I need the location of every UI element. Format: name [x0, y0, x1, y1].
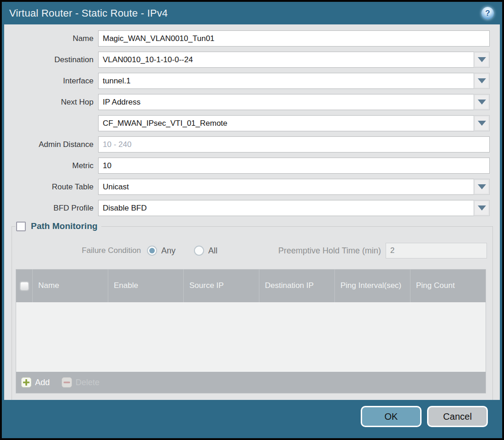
metric-input[interactable] [98, 158, 490, 174]
delete-button-label: Delete [76, 378, 100, 387]
form-row-metric: Metric [4, 158, 490, 174]
dialog-content: Name Destination Interface Next Hop [4, 24, 500, 400]
route-table-label: Route Table [4, 182, 94, 192]
column-header-enable: Enable [108, 270, 184, 302]
chevron-down-icon [478, 121, 486, 126]
plus-icon [21, 377, 31, 387]
admin-distance-input[interactable] [98, 136, 490, 153]
table-body-empty [16, 302, 486, 372]
preemptive-hold-time-input[interactable] [386, 243, 487, 258]
form-row-admin-distance: Admin Distance [4, 136, 490, 153]
failure-condition-any-radio[interactable] [147, 246, 157, 256]
add-button-label: Add [35, 378, 50, 387]
destination-input[interactable] [98, 52, 474, 68]
chevron-down-icon [478, 57, 486, 62]
dialog-titlebar: Virtual Router - Static Route - IPv4 ? [2, 2, 502, 24]
path-monitoring-checkbox[interactable] [16, 222, 26, 231]
path-monitoring-table: Name Enable Source IP Destination IP Pin… [16, 269, 486, 393]
path-monitoring-section: Path Monitoring Failure Condition Any Al… [12, 221, 493, 400]
next-hop-address-dropdown-button[interactable] [474, 115, 490, 131]
metric-label: Metric [4, 161, 94, 170]
select-all-checkbox[interactable] [20, 282, 29, 290]
failure-condition-all-label: All [208, 246, 217, 256]
static-route-form: Name Destination Interface Next Hop [4, 24, 500, 216]
form-row-destination: Destination [4, 52, 490, 68]
minus-icon [62, 377, 72, 387]
chevron-down-icon [478, 78, 486, 83]
destination-label: Destination [4, 55, 94, 65]
column-header-ping-interval: Ping Interval(sec) [335, 270, 410, 302]
interface-label: Interface [4, 76, 94, 86]
name-input[interactable] [98, 30, 490, 47]
help-icon[interactable]: ? [481, 7, 494, 19]
bfd-profile-label: BFD Profile [4, 204, 94, 213]
failure-condition-any-label: Any [161, 246, 176, 256]
interface-dropdown-button[interactable] [474, 73, 490, 89]
column-header-ping-count: Ping Count [410, 270, 486, 302]
route-table-input[interactable] [98, 179, 474, 195]
add-button[interactable]: Add [21, 377, 50, 387]
bfd-profile-dropdown-button[interactable] [474, 200, 490, 216]
static-route-dialog: Virtual Router - Static Route - IPv4 ? N… [0, 0, 504, 440]
chevron-down-icon [478, 205, 486, 211]
preemptive-hold-time-label: Preemptive Hold Time (min) [278, 246, 381, 256]
name-label: Name [4, 34, 94, 43]
cancel-button[interactable]: Cancel [427, 406, 488, 427]
interface-input[interactable] [98, 73, 474, 89]
failure-condition-row: Failure Condition Any All Preemptive Hol… [12, 242, 487, 259]
next-hop-address-input[interactable] [98, 115, 474, 131]
failure-condition-all-radio[interactable] [194, 246, 204, 256]
failure-condition-label: Failure Condition [12, 246, 141, 255]
form-row-next-hop-address [4, 115, 490, 131]
bfd-profile-input[interactable] [98, 200, 474, 216]
column-header-source-ip: Source IP [184, 270, 259, 302]
table-header-checkbox-cell [16, 270, 33, 302]
dialog-title: Virtual Router - Static Route - IPv4 [9, 7, 168, 19]
admin-distance-label: Admin Distance [4, 140, 94, 149]
table-header-row: Name Enable Source IP Destination IP Pin… [16, 270, 486, 302]
column-header-destination-ip: Destination IP [259, 270, 335, 302]
delete-button[interactable]: Delete [62, 377, 100, 387]
chevron-down-icon [478, 100, 486, 105]
form-row-bfd-profile: BFD Profile [4, 200, 490, 216]
form-row-interface: Interface [4, 73, 490, 89]
next-hop-label: Next Hop [4, 98, 94, 107]
form-row-name: Name [4, 30, 490, 47]
table-toolbar: Add Delete [16, 372, 486, 393]
column-header-name: Name [33, 270, 108, 302]
form-row-next-hop: Next Hop [4, 94, 490, 110]
route-table-dropdown-button[interactable] [474, 179, 490, 195]
ok-button[interactable]: OK [361, 406, 422, 427]
destination-dropdown-button[interactable] [474, 52, 490, 68]
path-monitoring-legend: Path Monitoring [15, 221, 101, 231]
form-row-route-table: Route Table [4, 179, 490, 195]
dialog-footer: OK Cancel [2, 400, 502, 438]
next-hop-type-dropdown-button[interactable] [474, 94, 490, 110]
next-hop-type-input[interactable] [98, 94, 474, 110]
chevron-down-icon [478, 184, 486, 189]
path-monitoring-title: Path Monitoring [31, 221, 98, 231]
